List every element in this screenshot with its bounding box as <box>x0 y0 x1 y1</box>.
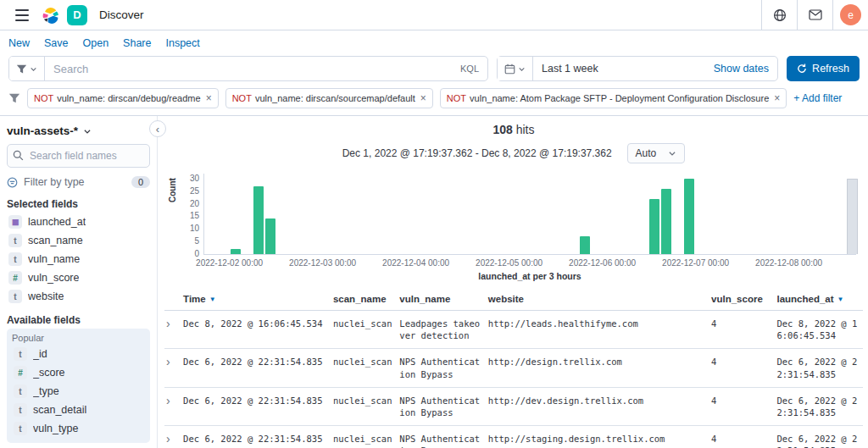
string-field-icon: t <box>14 384 27 398</box>
cell-scan_name: nuclei_scan <box>333 387 399 425</box>
field-item-_score[interactable]: #_score <box>12 363 145 382</box>
filter-pill-prefix: NOT <box>232 93 252 103</box>
filter-count-badge: 0 <box>131 176 150 188</box>
top-header: D Discover e <box>0 0 868 30</box>
add-filter-button[interactable]: + Add filter <box>793 92 842 104</box>
interval-select[interactable]: Auto <box>627 143 686 163</box>
globe-icon <box>773 8 787 22</box>
expand-cell: › <box>164 311 183 349</box>
field-item-website[interactable]: twebsite <box>7 287 150 306</box>
cell-launched_at: Dec 6, 2022 @ 22:31:54.835 <box>776 387 863 425</box>
field-item-vuln_type[interactable]: tvuln_type <box>12 419 145 438</box>
sort-desc-icon[interactable]: ▼ <box>209 296 216 303</box>
date-picker-button[interactable] <box>498 57 533 80</box>
nav-item-open[interactable]: Open <box>83 37 109 49</box>
col-header-vuln_name[interactable]: vuln_name <box>399 290 488 311</box>
kql-toggle[interactable]: KQL <box>452 64 487 74</box>
hits-label: hits <box>516 123 535 136</box>
col-header-time[interactable]: Time▼ <box>183 290 333 311</box>
cell-scan_name: nuclei_scan <box>333 426 399 448</box>
field-name: launched_at <box>28 216 86 228</box>
histogram-bar[interactable] <box>684 179 694 254</box>
x-tick-label: 2022-12-08 00:00 <box>755 258 822 268</box>
calendar-icon <box>504 64 515 75</box>
string-field-icon: t <box>8 290 22 303</box>
avatar[interactable]: e <box>840 4 861 25</box>
filter-pill-text: vuln_name: dirscan/debug/readme <box>57 93 200 103</box>
chart-range-row: Dec 1, 2022 @ 17:19:37.362 - Dec 8, 2022… <box>164 143 863 163</box>
expand-row-icon[interactable]: › <box>166 432 170 445</box>
cell-launched_at: Dec 8, 2022 @ 16:06:45.534 <box>776 311 863 349</box>
popular-heading: Popular <box>12 333 145 343</box>
histogram-bar[interactable] <box>265 218 275 254</box>
action-nav: New Save Open Share Inspect <box>0 30 868 54</box>
histogram-bar[interactable] <box>649 199 659 254</box>
filter-icon[interactable] <box>8 92 20 104</box>
histogram-bar[interactable] <box>847 179 857 254</box>
cell-time: Dec 6, 2022 @ 22:31:54.835 <box>183 426 333 448</box>
col-header-scan_name[interactable]: scan_name <box>333 290 399 311</box>
field-item-_type[interactable]: t_type <box>12 382 145 401</box>
hits-count: 108 hits <box>164 119 863 138</box>
saved-query-button[interactable] <box>9 57 45 80</box>
refresh-button[interactable]: Refresh <box>787 56 860 81</box>
col-header-website[interactable]: website <box>488 290 711 311</box>
cell-vuln_name: NPS Authentication Bypass <box>399 426 488 448</box>
col-header-vuln_score[interactable]: vuln_score <box>711 290 776 311</box>
index-pattern-name: vuln-assets-* <box>7 124 78 137</box>
nav-item-save[interactable]: Save <box>44 37 69 49</box>
filter-pill[interactable]: NOTvuln_name: dirscan/sourcemap/default× <box>225 88 433 108</box>
histogram-bar[interactable] <box>661 189 671 254</box>
expand-row-icon[interactable]: › <box>166 355 170 368</box>
y-tick-label: 10 <box>190 224 199 233</box>
space-icon[interactable]: D <box>67 5 87 25</box>
cell-time: Dec 6, 2022 @ 22:31:54.835 <box>183 387 333 425</box>
nav-item-inspect[interactable]: Inspect <box>165 37 199 49</box>
filter-pill[interactable]: NOTvuln_name: Atom Package SFTP - Deploy… <box>440 88 787 108</box>
cell-launched_at: Dec 6, 2022 @ 22:31:54.835 <box>776 349 863 387</box>
y-axis-title: Count <box>168 178 177 202</box>
cell-vuln_name: NPS Authentication Bypass <box>399 387 488 425</box>
field-item-_id[interactable]: t_id <box>12 345 145 363</box>
time-range-value[interactable]: Last 1 week <box>533 63 705 75</box>
field-item-launched_at[interactable]: ▦launched_at <box>7 213 150 231</box>
filter-by-type-button[interactable]: Filter by type 0 <box>7 174 150 190</box>
selected-fields-list: ▦launched_attscan_nametvuln_name#vuln_sc… <box>7 213 150 306</box>
nav-item-new[interactable]: New <box>8 37 30 49</box>
chevron-down-icon <box>668 149 676 158</box>
filter-type-icon <box>7 177 18 188</box>
y-tick-label: 5 <box>194 237 199 246</box>
field-search-input[interactable] <box>7 144 150 168</box>
hits-number: 108 <box>492 123 512 136</box>
histogram-bar[interactable] <box>253 186 264 254</box>
histogram-bar[interactable] <box>580 236 590 254</box>
col-header-launched_at[interactable]: launched_at▼ <box>776 290 863 311</box>
field-name: scan_name <box>28 235 83 246</box>
remove-filter-icon[interactable]: × <box>420 92 426 104</box>
y-tick-label: 15 <box>190 212 199 220</box>
expand-row-icon[interactable]: › <box>166 317 170 330</box>
filter-bar: NOTvuln_name: dirscan/debug/readme×NOTvu… <box>0 86 868 116</box>
expand-row-icon[interactable]: › <box>166 394 170 407</box>
sort-desc-icon[interactable]: ▼ <box>837 296 844 303</box>
field-item-scan_detail[interactable]: tscan_detail <box>12 401 145 419</box>
search-input[interactable] <box>45 57 452 80</box>
collapse-sidebar-button[interactable]: ‹ <box>149 120 166 137</box>
user-menu-button[interactable]: e <box>832 0 868 30</box>
remove-filter-icon[interactable]: × <box>206 92 212 104</box>
menu-button[interactable] <box>7 4 37 26</box>
nav-item-share[interactable]: Share <box>123 37 151 49</box>
field-item-vuln_name[interactable]: tvuln_name <box>7 250 150 268</box>
hamburger-icon <box>15 9 29 21</box>
show-dates-link[interactable]: Show dates <box>705 63 777 75</box>
help-button[interactable] <box>761 0 797 30</box>
index-pattern-selector[interactable]: vuln-assets-* <box>7 123 150 142</box>
newsfeed-button[interactable] <box>797 0 832 30</box>
field-item-vuln_score[interactable]: #vuln_score <box>7 268 150 287</box>
field-item-scan_name[interactable]: tscan_name <box>7 231 150 250</box>
filter-pill[interactable]: NOTvuln_name: dirscan/debug/readme× <box>27 88 219 108</box>
histogram-bar[interactable] <box>231 249 241 254</box>
date-field-icon: ▦ <box>8 215 22 229</box>
remove-filter-icon[interactable]: × <box>774 92 780 104</box>
chevron-down-icon <box>30 65 37 73</box>
